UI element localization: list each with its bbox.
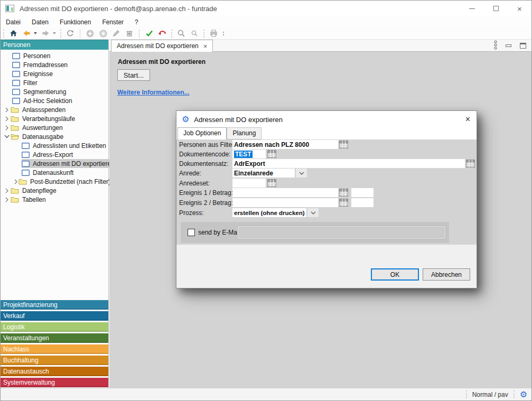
undo-arrow-icon[interactable] bbox=[157, 29, 167, 38]
lookup-table-icon[interactable] bbox=[267, 150, 276, 160]
module-band-projektfinanzierung[interactable]: Projektfinanzierung bbox=[1, 300, 108, 310]
dialog-close-icon[interactable]: × bbox=[465, 115, 470, 124]
delete-trash-icon[interactable] bbox=[125, 29, 134, 38]
tab-planung[interactable]: Planung bbox=[227, 127, 262, 139]
tree-item-ereignisse[interactable]: Ereignisse bbox=[1, 69, 108, 78]
settings-gear-icon[interactable]: ⚙ bbox=[520, 390, 527, 399]
tree-item-auswertungen[interactable]: Auswertungen bbox=[1, 123, 108, 132]
betrag-1-input[interactable] bbox=[351, 188, 374, 197]
menu-fenster[interactable]: Fenster bbox=[102, 18, 124, 26]
menu-funktionen[interactable]: Funktionen bbox=[60, 18, 91, 26]
module-band-veranstaltungen[interactable]: Veranstaltungen bbox=[1, 333, 108, 343]
tab-list-kebab-icon[interactable] bbox=[494, 40, 497, 51]
send-by-email-checkbox[interactable] bbox=[188, 229, 195, 236]
lookup-table-icon[interactable] bbox=[339, 189, 348, 198]
field-row-prozess: Prozess: erstellen (ohne drucken) bbox=[176, 208, 477, 217]
toolbar-overflow-icon[interactable] bbox=[223, 32, 224, 35]
tree-item-ad-hoc-selektion[interactable]: Ad-Hoc Selektion bbox=[1, 96, 108, 105]
module-band-systemverwaltung[interactable]: Systemverwaltung bbox=[1, 378, 108, 387]
status-mode: Normal / pav bbox=[472, 391, 508, 398]
tree-item-segmentierung[interactable]: Segmentierung bbox=[1, 87, 108, 96]
add-circle-alt-icon[interactable] bbox=[98, 29, 108, 38]
tab-job-optionen[interactable]: Job Optionen bbox=[178, 127, 227, 139]
selected-text: TEST bbox=[234, 151, 253, 158]
prozess-dropdown-icon[interactable] bbox=[307, 208, 319, 217]
lookup-table-icon[interactable] bbox=[466, 160, 475, 169]
forward-dropdown-icon[interactable] bbox=[53, 32, 56, 34]
module-band-buchhaltung[interactable]: Buchhaltung bbox=[1, 356, 108, 365]
tree-item-personen[interactable]: Personen bbox=[1, 51, 108, 60]
tree-item-post-bundzettel[interactable]: Post-Bundzettel (nach Filter) bbox=[1, 177, 108, 186]
module-band-datenaustausch[interactable]: Datenaustausch bbox=[1, 367, 108, 376]
email-address-input[interactable] bbox=[238, 226, 445, 239]
ereignis-1-input[interactable] bbox=[232, 188, 338, 197]
back-arrow-icon[interactable] bbox=[22, 29, 31, 38]
window-minimize-button[interactable] bbox=[460, 1, 484, 16]
cancel-button[interactable]: Abbrechen bbox=[423, 268, 470, 281]
pane-minimize-icon[interactable] bbox=[506, 44, 511, 47]
search-small-icon[interactable] bbox=[190, 29, 199, 38]
dokumentencode-input[interactable]: TEST bbox=[232, 150, 266, 158]
forward-arrow-icon[interactable] bbox=[41, 29, 50, 38]
edit-pencil-icon[interactable] bbox=[111, 29, 121, 38]
home-icon[interactable] bbox=[8, 29, 18, 38]
anredeset-input[interactable] bbox=[232, 179, 266, 188]
field-row-ereignis-1: Ereignis 1 / Betrag: bbox=[176, 188, 477, 197]
chevron-right-icon[interactable] bbox=[4, 197, 10, 202]
toolbar bbox=[1, 27, 531, 40]
dokumentensatz-input[interactable]: AdrExport bbox=[232, 159, 465, 168]
menu-datei[interactable]: Datei bbox=[6, 18, 21, 26]
tree-item-datenausgabe[interactable]: Datenausgabe bbox=[1, 132, 108, 141]
weitere-informationen-link[interactable]: Weitere Informationen... bbox=[117, 89, 189, 96]
chevron-right-icon[interactable] bbox=[4, 188, 10, 193]
search-icon[interactable] bbox=[176, 29, 186, 38]
tree-item-adresslisten-und-etiketten[interactable]: Adresslisten und Etiketten bbox=[1, 141, 108, 150]
pane-maximize-icon[interactable] bbox=[520, 43, 526, 49]
chevron-right-icon[interactable] bbox=[4, 107, 10, 113]
module-band-nachlass[interactable]: Nachlass bbox=[1, 344, 108, 354]
menu-daten[interactable]: Daten bbox=[32, 18, 49, 26]
sidebar-header-personen[interactable]: Personen bbox=[1, 40, 108, 50]
lookup-table-icon[interactable] bbox=[267, 179, 276, 189]
ereignis-2-input[interactable] bbox=[232, 198, 338, 207]
add-circle-icon[interactable] bbox=[85, 29, 95, 38]
back-dropdown-icon[interactable] bbox=[34, 32, 37, 34]
anrede-dropdown-icon[interactable] bbox=[296, 169, 307, 178]
tree-item-adress-export[interactable]: Adress-Export bbox=[1, 150, 108, 159]
tab-close-icon[interactable]: × bbox=[203, 42, 208, 50]
chevron-right-icon[interactable] bbox=[4, 116, 10, 122]
window-close-button[interactable]: × bbox=[508, 1, 531, 16]
toolbar-separator bbox=[171, 30, 172, 38]
module-band-logistik[interactable]: Logistik bbox=[1, 322, 108, 332]
lookup-table-icon[interactable] bbox=[339, 141, 348, 150]
chevron-right-icon[interactable] bbox=[14, 179, 17, 184]
prozess-combobox[interactable]: erstellen (ohne drucken) bbox=[232, 208, 306, 217]
tree-item-datenauskunft[interactable]: Datenauskunft bbox=[1, 168, 108, 177]
print-icon[interactable] bbox=[209, 29, 218, 38]
toolbar-separator bbox=[60, 30, 61, 38]
ok-button[interactable]: OK bbox=[371, 268, 419, 281]
module-band-verkauf[interactable]: Verkauf bbox=[1, 311, 108, 321]
tree-item-adressen-mit-do-exportieren[interactable]: Adressen mit DO exportieren bbox=[1, 159, 108, 168]
lookup-table-icon[interactable] bbox=[339, 199, 348, 208]
chevron-down-icon[interactable] bbox=[4, 135, 10, 138]
tree-item-filter[interactable]: Filter bbox=[1, 78, 108, 87]
start-button[interactable]: Start... bbox=[117, 69, 150, 81]
chevron-right-icon[interactable] bbox=[4, 125, 10, 130]
betrag-2-input[interactable] bbox=[351, 198, 374, 207]
tree-item-datenpflege[interactable]: Datenpflege bbox=[1, 186, 108, 195]
personen-aus-filter-input[interactable]: Adressen nach PLZ 8000 bbox=[232, 140, 338, 149]
field-row-anrede: Anrede: Einzelanrede bbox=[176, 169, 477, 178]
anrede-combobox[interactable]: Einzelanrede bbox=[232, 169, 295, 178]
tree-item-tabellen[interactable]: Tabellen bbox=[1, 195, 108, 204]
field-row-anredeset: Anredeset: bbox=[176, 179, 477, 188]
tree-item-verarbeitungslaeufe[interactable]: Verarbeitungsläufe bbox=[1, 114, 108, 123]
menu-help[interactable]: ? bbox=[135, 18, 138, 26]
confirm-check-icon[interactable] bbox=[144, 29, 154, 38]
tree-item-fremdadressen[interactable]: Fremdadressen bbox=[1, 60, 108, 69]
window-maximize-button[interactable] bbox=[484, 1, 508, 16]
refresh-icon[interactable] bbox=[66, 29, 75, 38]
send-by-email-label: send by E-Mail bbox=[198, 229, 240, 236]
tree-item-anlassspenden[interactable]: Anlassspenden bbox=[1, 105, 108, 114]
tab-adressen-mit-do-exportieren[interactable]: Adressen mit DO exportieren × bbox=[111, 40, 213, 52]
